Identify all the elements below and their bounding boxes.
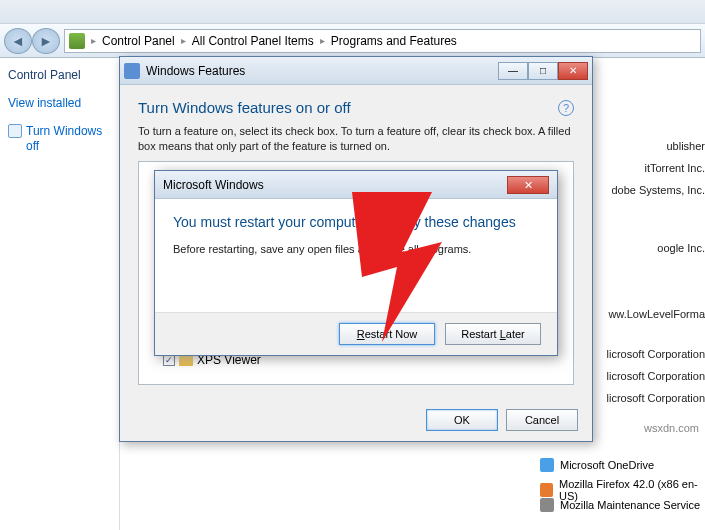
publisher-cell: ww.LowLevelForma bbox=[608, 308, 705, 320]
dialog-titlebar[interactable]: Microsoft Windows ✕ bbox=[155, 171, 557, 199]
breadcrumb-segment[interactable]: All Control Panel Items bbox=[192, 34, 314, 48]
restart-dialog: Microsoft Windows ✕ You must restart you… bbox=[154, 170, 558, 356]
close-button[interactable]: ✕ bbox=[558, 62, 588, 80]
mozilla-icon bbox=[540, 498, 554, 512]
watermark: wsxdn.com bbox=[644, 422, 699, 434]
list-item[interactable]: Mozilla Maintenance Service bbox=[540, 498, 700, 512]
dialog-heading: Turn Windows features on or off ? bbox=[138, 99, 574, 116]
control-panel-icon bbox=[69, 33, 85, 49]
address-bar: ◄ ► ▸ Control Panel ▸ All Control Panel … bbox=[0, 24, 705, 58]
publisher-cell: oogle Inc. bbox=[657, 242, 705, 254]
maximize-button[interactable]: □ bbox=[528, 62, 558, 80]
dialog-description: To turn a feature on, select its check b… bbox=[138, 124, 574, 155]
dialog-title: Windows Features bbox=[146, 64, 245, 78]
parent-window-titlebar bbox=[0, 0, 705, 24]
publisher-cell: licrosoft Corporation bbox=[607, 392, 705, 404]
program-name: Microsoft OneDrive bbox=[560, 459, 654, 471]
breadcrumb-segment[interactable]: Control Panel bbox=[102, 34, 175, 48]
column-header-publisher: ublisher bbox=[666, 140, 705, 152]
help-icon[interactable]: ? bbox=[558, 100, 574, 116]
restart-later-button[interactable]: Restart Later bbox=[445, 323, 541, 345]
publisher-cell: itTorrent Inc. bbox=[644, 162, 705, 174]
minimize-button[interactable]: — bbox=[498, 62, 528, 80]
windows-features-icon bbox=[124, 63, 140, 79]
dialog-heading: You must restart your computer to apply … bbox=[173, 213, 539, 231]
program-name: Mozilla Maintenance Service bbox=[560, 499, 700, 511]
dialog-title: Microsoft Windows bbox=[163, 178, 264, 192]
list-item[interactable]: Microsoft OneDrive bbox=[540, 458, 654, 472]
sidebar: Control Panel View installed Turn Window… bbox=[0, 58, 120, 530]
ok-button[interactable]: OK bbox=[426, 409, 498, 431]
sidebar-link-view-installed[interactable]: View installed bbox=[8, 96, 111, 112]
onedrive-icon bbox=[540, 458, 554, 472]
back-button[interactable]: ◄ bbox=[4, 28, 32, 54]
chevron-right-icon: ▸ bbox=[181, 35, 186, 46]
cancel-button[interactable]: Cancel bbox=[506, 409, 578, 431]
chevron-right-icon: ▸ bbox=[91, 35, 96, 46]
sidebar-link-label: Turn Windows off bbox=[26, 124, 111, 155]
forward-button[interactable]: ► bbox=[32, 28, 60, 54]
sidebar-heading: Control Panel bbox=[8, 68, 111, 82]
chevron-right-icon: ▸ bbox=[320, 35, 325, 46]
shield-icon bbox=[8, 124, 22, 138]
dialog-description: Before restarting, save any open files a… bbox=[173, 243, 539, 255]
firefox-icon bbox=[540, 483, 553, 497]
publisher-cell: licrosoft Corporation bbox=[607, 370, 705, 382]
sidebar-link-windows-features[interactable]: Turn Windows off bbox=[8, 124, 111, 155]
publisher-cell: licrosoft Corporation bbox=[607, 348, 705, 360]
close-button[interactable]: ✕ bbox=[507, 176, 549, 194]
breadcrumb-segment[interactable]: Programs and Features bbox=[331, 34, 457, 48]
breadcrumb[interactable]: ▸ Control Panel ▸ All Control Panel Item… bbox=[64, 29, 701, 53]
restart-now-button[interactable]: Restart Now bbox=[339, 323, 435, 345]
publisher-cell: dobe Systems, Inc. bbox=[611, 184, 705, 196]
dialog-titlebar[interactable]: Windows Features — □ ✕ bbox=[120, 57, 592, 85]
